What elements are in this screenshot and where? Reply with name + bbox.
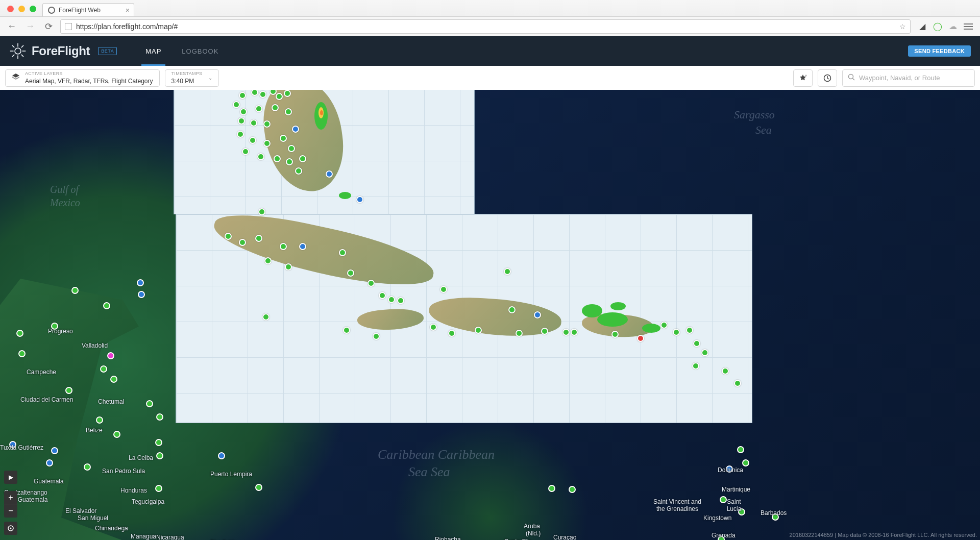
airport-dot[interactable] — [299, 243, 306, 250]
airport-dot[interactable] — [155, 485, 162, 492]
airport-dot[interactable] — [51, 323, 58, 330]
airport-dot[interactable] — [295, 167, 302, 175]
airport-dot[interactable] — [272, 104, 279, 111]
airport-dot[interactable] — [280, 243, 287, 250]
airport-dot[interactable] — [285, 263, 292, 271]
airport-dot[interactable] — [569, 486, 576, 493]
map-canvas[interactable]: Gulf ofMexicoSargassoSeaCaribbean Caribb… — [0, 90, 980, 540]
tab-logbook[interactable]: LOGBOOK — [172, 36, 229, 66]
airport-dot[interactable] — [722, 367, 729, 375]
airport-dot[interactable] — [288, 145, 295, 152]
airport-dot[interactable] — [65, 387, 72, 394]
airport-dot[interactable] — [686, 327, 693, 334]
airport-dot[interactable] — [571, 329, 578, 336]
airport-dot[interactable] — [397, 297, 404, 304]
send-feedback-button[interactable]: SEND FEEDBACK — [908, 45, 971, 57]
airport-dot[interactable] — [299, 155, 306, 162]
airport-dot[interactable] — [110, 376, 117, 383]
airport-dot[interactable] — [257, 153, 264, 160]
airport-dot[interactable] — [541, 328, 548, 335]
airport-dot[interactable] — [286, 158, 293, 165]
airport-dot[interactable] — [737, 446, 744, 453]
airport-dot[interactable] — [356, 196, 363, 203]
airport-dot[interactable] — [548, 485, 555, 492]
extension-icon[interactable]: ◯ — [933, 22, 942, 31]
airport-dot[interactable] — [263, 140, 271, 147]
airport-dot[interactable] — [379, 292, 386, 299]
airport-dot[interactable] — [51, 447, 58, 454]
locate-button[interactable] — [4, 522, 17, 535]
airport-dot[interactable] — [9, 441, 16, 448]
maximize-window-icon[interactable] — [30, 6, 36, 12]
airport-dot[interactable] — [285, 108, 292, 115]
airport-dot[interactable] — [259, 91, 266, 98]
airport-dot[interactable] — [155, 439, 162, 446]
airport-dot[interactable] — [562, 329, 570, 336]
layers-dropdown[interactable]: ACTIVE LAYERS Aerial Map, VFR, Radar, TF… — [5, 69, 160, 87]
reload-button[interactable]: ⟳ — [42, 20, 55, 33]
forward-button[interactable]: → — [23, 20, 37, 33]
airport-dot[interactable] — [475, 327, 482, 334]
airport-dot[interactable] — [240, 108, 247, 115]
airport-dot[interactable] — [262, 313, 270, 321]
menu-button[interactable] — [964, 22, 973, 31]
airport-dot[interactable] — [734, 380, 741, 387]
airport-dot[interactable] — [239, 239, 246, 246]
airport-dot[interactable] — [274, 155, 281, 162]
timeline-play-button[interactable]: ▶ — [4, 471, 17, 484]
airport-dot[interactable] — [100, 365, 107, 373]
airport-dot[interactable] — [693, 340, 700, 347]
airport-dot[interactable] — [225, 233, 232, 240]
airport-dot[interactable] — [280, 135, 287, 142]
airport-dot[interactable] — [239, 92, 246, 99]
airport-dot[interactable] — [255, 484, 262, 491]
airport-dot[interactable] — [250, 119, 257, 127]
airport-dot[interactable] — [156, 452, 163, 459]
airport-dot[interactable] — [637, 335, 644, 342]
airport-dot[interactable] — [373, 333, 380, 340]
airport-dot[interactable] — [347, 269, 354, 277]
airport-dot[interactable] — [103, 302, 110, 309]
search-input[interactable] — [859, 74, 969, 82]
airport-dot[interactable] — [742, 459, 749, 467]
airport-dot[interactable] — [718, 536, 725, 540]
zoom-out-button[interactable]: − — [4, 504, 17, 518]
airport-dot[interactable] — [388, 296, 395, 303]
airport-dot[interactable] — [255, 105, 262, 112]
airport-dot[interactable] — [264, 257, 272, 264]
airport-dot[interactable] — [138, 291, 145, 298]
airport-dot[interactable] — [339, 249, 346, 256]
tab-close-icon[interactable]: × — [126, 6, 130, 14]
airport-dot[interactable] — [284, 90, 291, 97]
airport-dot[interactable] — [720, 496, 727, 503]
airport-dot[interactable] — [534, 311, 541, 318]
airport-dot[interactable] — [276, 93, 283, 100]
airport-dot[interactable] — [368, 280, 375, 287]
airport-dot[interactable] — [249, 137, 256, 144]
search-box[interactable] — [842, 69, 975, 87]
airport-dot[interactable] — [218, 452, 225, 459]
airport-dot[interactable] — [258, 208, 265, 215]
airport-dot[interactable] — [263, 120, 271, 128]
airport-dot[interactable] — [448, 330, 455, 337]
airport-dot[interactable] — [772, 513, 779, 521]
airport-dot[interactable] — [255, 235, 262, 242]
airport-dot[interactable] — [107, 352, 114, 359]
airport-dot[interactable] — [156, 413, 163, 421]
favorites-button[interactable]: + — [793, 69, 813, 87]
url-field[interactable]: https://plan.foreflight.com/map/# ☆ — [60, 19, 911, 34]
airport-dot[interactable] — [440, 286, 447, 293]
airport-dot[interactable] — [673, 329, 680, 336]
airport-dot[interactable] — [84, 463, 91, 471]
zoom-in-button[interactable]: + — [4, 491, 17, 504]
airport-dot[interactable] — [726, 465, 733, 473]
airport-dot[interactable] — [96, 416, 103, 424]
bookmark-star-icon[interactable]: ☆ — [899, 22, 906, 31]
airport-dot[interactable] — [16, 330, 23, 337]
tab-map[interactable]: MAP — [135, 36, 172, 66]
browser-tab[interactable]: ForeFlight Web × — [42, 3, 134, 16]
airport-dot[interactable] — [692, 362, 699, 370]
airport-dot[interactable] — [71, 287, 79, 294]
airport-dot[interactable] — [430, 324, 437, 331]
close-window-icon[interactable] — [7, 6, 14, 12]
